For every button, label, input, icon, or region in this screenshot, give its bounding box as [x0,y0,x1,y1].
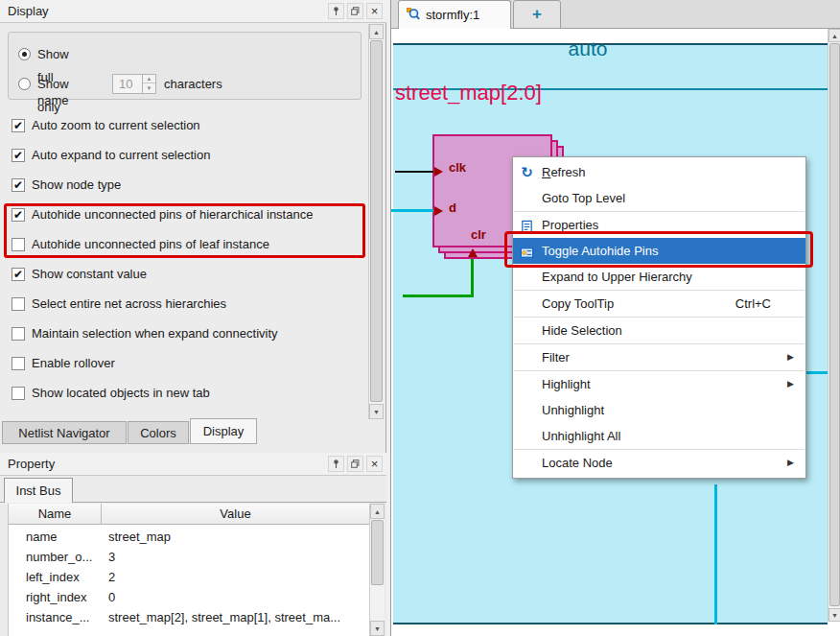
tab-display[interactable]: Display [190,418,257,444]
checkbox-located-objects-new-tab[interactable]: Show located objects in new tab [0,379,362,408]
submenu-arrow-icon: ▶ [787,450,794,476]
scrollbar-thumb[interactable] [370,40,383,402]
menu-item-goto-top-level[interactable]: Goto Top Level [513,185,805,211]
submenu-arrow-icon: ▶ [787,371,794,397]
checkbox-select-entire-net[interactable]: Select entire net across hierarchies [0,290,362,318]
menu-item-expand-upper-hierarchy[interactable]: Expand to Upper Hierarchy [513,264,805,290]
checkbox-auto-expand[interactable]: ✔ Auto expand to current selection [0,141,362,170]
checkbox-enable-rollover[interactable]: Enable rollover [0,349,362,378]
tab-stormfly[interactable]: stormfly:1 [398,0,511,29]
property-panel: Property × Inst Bus Name Value name stre… [0,453,386,636]
left-dock-column: Display × Show full name Show only 10 ▲ [0,0,386,636]
net-cyan-h[interactable] [805,371,828,374]
checkbox-show-constant-value[interactable]: ✔ Show constant value [0,260,362,289]
column-header-value[interactable]: Value [102,504,369,525]
display-panel-title: Display [8,0,49,23]
module-name-label: auto [525,37,650,60]
menu-item-hide-selection[interactable]: Hide Selection [513,318,805,343]
spin-down-icon[interactable]: ▼ [143,84,155,93]
display-panel: Display × Show full name Show only 10 ▲ [0,0,386,444]
schematic-tabbar: stormfly:1 + [391,0,840,29]
checkbox-autohide-leaf[interactable]: Autohide unconnected pins of leaf instan… [0,230,362,259]
pin-arrow-clk [434,167,443,177]
scroll-down-icon[interactable]: ▼ [370,621,385,636]
characters-label: characters [164,73,222,96]
table-row[interactable]: number_o... 3 [9,547,369,567]
property-panel-titlebar: Property × [0,453,386,476]
schematic-canvas: auto street_map[2:0] clk d clr ↻ Refresh [391,29,828,636]
tab-netlist-navigator[interactable]: Netlist Navigator [2,421,127,444]
radio-button [18,78,31,90]
close-icon[interactable]: × [366,456,383,472]
pin-icon[interactable] [328,3,344,19]
checkbox-show-node-type[interactable]: ✔ Show node type [0,171,362,200]
property-table: Name Value name street_map number_o... 3… [8,504,369,636]
submenu-arrow-icon: ▶ [787,344,794,370]
menu-item-properties[interactable]: Properties [513,212,805,238]
scroll-up-icon[interactable]: ▲ [828,29,840,42]
character-count-spinner[interactable]: 10 ▲ ▼ [112,74,156,94]
pin-label-d: d [449,200,456,215]
table-row[interactable]: name street_map [9,527,369,547]
close-icon[interactable]: × [366,3,383,19]
pin-label-clk: clk [449,160,466,175]
spin-up-icon[interactable]: ▲ [143,75,155,83]
menu-item-toggle-autohide-pins[interactable]: Toggle Autohide Pins [513,238,805,264]
net-clr-wire-v[interactable] [471,259,474,297]
menu-item-unhighlight[interactable]: Unhighlight [513,397,805,423]
menu-item-refresh[interactable]: ↻ Refresh [513,159,805,185]
bus-label: street_map[2:0] [395,81,542,106]
net-clr-wire-h[interactable] [403,294,474,297]
property-panel-title: Property [8,453,55,476]
character-count-value: 10 [119,75,132,93]
checkbox-autohide-hierarchical[interactable]: ✔ Autohide unconnected pins of hierarchi… [0,200,362,229]
menu-item-locate-node[interactable]: ▶ Locate Node [513,450,805,476]
net-d-wire[interactable] [391,209,433,212]
scroll-up-icon[interactable]: ▲ [369,24,384,39]
refresh-icon: ↻ [519,164,535,180]
table-row[interactable]: left_index 2 [9,567,369,587]
column-header-name[interactable]: Name [9,504,102,525]
scrollbar-thumb[interactable] [829,43,840,606]
toggle-autohide-pins-icon [519,243,535,259]
name-options-group: Show full name Show only 10 ▲ ▼ characte… [8,32,362,100]
schematic-scrollbar: ▲ ▼ [828,29,840,622]
scroll-down-icon[interactable]: ▼ [369,404,384,419]
table-row[interactable]: instance_... street_map[2], street_map[1… [9,607,369,627]
scroll-up-icon[interactable]: ▲ [370,504,385,519]
menu-item-highlight[interactable]: ▶ Highlight [513,371,805,397]
properties-icon [519,217,535,233]
checkbox-maintain-selection[interactable]: Maintain selection when expand connectiv… [0,319,362,348]
scrollbar-thumb[interactable] [371,520,384,585]
pin-arrow-clr [468,248,478,257]
menu-item-unhighlight-all[interactable]: Unhighlight All [513,423,805,449]
net-cyan-v[interactable] [714,484,717,624]
scroll-down-icon[interactable]: ▼ [828,608,840,622]
schematic-tab-icon [405,7,421,23]
pin-label-clr: clr [471,227,486,242]
radio-button [18,48,31,60]
menu-item-copy-tooltip[interactable]: Ctrl+C Copy ToolTip [513,291,805,317]
net-clk-wire[interactable] [395,171,433,173]
pin-arrow-d [434,206,443,216]
menu-item-filter[interactable]: ▶ Filter [513,344,805,370]
checkbox-auto-zoom[interactable]: ✔ Auto zoom to current selection [0,111,362,140]
display-panel-titlebar: Display × [0,0,386,23]
table-row[interactable]: right_index 0 [9,587,369,607]
restore-icon[interactable] [347,456,363,472]
tab-inst-bus[interactable]: Inst Bus [4,478,73,503]
context-menu: ↻ Refresh Goto Top Level Properties Togg… [512,156,806,479]
schematic-view: stormfly:1 + auto street_map[2:0] clk d … [390,0,840,636]
restore-icon[interactable] [347,3,363,19]
property-table-scrollbar: ▲ ▼ [369,504,385,636]
display-panel-scrollbar: ▲ ▼ [368,24,384,419]
new-tab-button[interactable]: + [513,0,561,29]
tab-colors[interactable]: Colors [128,421,189,444]
pin-icon[interactable] [328,456,344,472]
shortcut-label: Ctrl+C [735,291,771,317]
